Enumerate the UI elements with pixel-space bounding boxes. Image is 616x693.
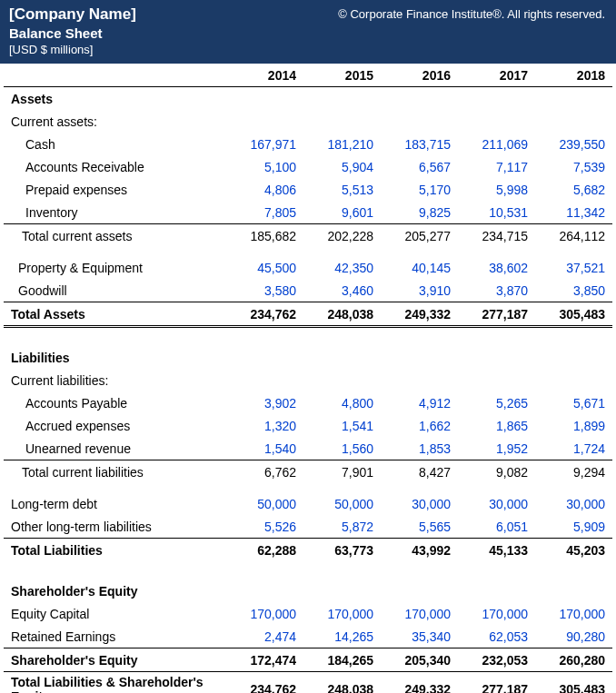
year-header-row: 2014 2015 2016 2017 2018 (4, 64, 612, 87)
label-unearned: Unearned revenue (4, 437, 226, 460)
tl-2017: 45,133 (458, 539, 535, 562)
goodwill-2016: 3,910 (381, 279, 458, 302)
accrued-2016: 1,662 (381, 414, 458, 437)
row-total-current-assets: Total current assets 185,682 202,228 205… (4, 224, 612, 248)
re-2015: 14,265 (303, 625, 381, 648)
label-total-lse: Total Liabilities & Shareholder's Equity (4, 672, 226, 694)
tcl-2014: 6,762 (226, 460, 303, 484)
goodwill-2015: 3,460 (303, 279, 381, 302)
goodwill-2018: 3,850 (535, 279, 612, 302)
accrued-2018: 1,899 (535, 414, 612, 437)
ppe-2017: 38,602 (458, 256, 535, 279)
liabilities-heading-row: Liabilities (4, 346, 612, 369)
label-total-current-assets: Total current assets (4, 224, 226, 248)
accrued-2015: 1,541 (303, 414, 381, 437)
row-ap: Accounts Payable 3,902 4,800 4,912 5,265… (4, 391, 612, 414)
te-2015: 184,265 (303, 648, 381, 672)
inventory-2016: 9,825 (381, 201, 458, 224)
current-liabilities-heading-row: Current liabilities: (4, 369, 612, 391)
olt-2017: 6,051 (458, 515, 535, 539)
cash-2016: 183,715 (381, 133, 458, 155)
goodwill-2017: 3,870 (458, 279, 535, 302)
assets-heading: Assets (4, 87, 226, 111)
ap-2017: 5,265 (458, 391, 535, 414)
tl-2018: 45,203 (535, 539, 612, 562)
page-subtitle: [USD $ millions] (9, 43, 607, 56)
prepaid-2016: 5,170 (381, 178, 458, 201)
ltd-2017: 30,000 (458, 492, 535, 515)
year-2017: 2017 (458, 64, 535, 87)
tca-2018: 264,112 (535, 224, 612, 248)
te-2018: 260,280 (535, 648, 612, 672)
ar-2015: 5,904 (303, 155, 381, 178)
te-2017: 232,053 (458, 648, 535, 672)
tca-2016: 205,277 (381, 224, 458, 248)
copyright: © Corporate Finance Institute®. All righ… (338, 7, 605, 21)
label-prepaid: Prepaid expenses (4, 178, 226, 201)
ltd-2016: 30,000 (381, 492, 458, 515)
ppe-2014: 45,500 (226, 256, 303, 279)
unearned-2018: 1,724 (535, 437, 612, 460)
inventory-2017: 10,531 (458, 201, 535, 224)
label-total-current-liabilities: Total current liabilities (4, 460, 226, 484)
prepaid-2015: 5,513 (303, 178, 381, 201)
ec-2015: 170,000 (303, 602, 381, 625)
balance-sheet-table: 2014 2015 2016 2017 2018 Assets Current … (0, 64, 616, 693)
tlse-2018: 305,483 (535, 672, 612, 694)
tca-2014: 185,682 (226, 224, 303, 248)
re-2014: 2,474 (226, 625, 303, 648)
inventory-2014: 7,805 (226, 201, 303, 224)
label-ltd: Long-term debt (4, 492, 226, 515)
tca-2017: 234,715 (458, 224, 535, 248)
tl-2014: 62,288 (226, 539, 303, 562)
row-inventory: Inventory 7,805 9,601 9,825 10,531 11,34… (4, 201, 612, 224)
current-liabilities-heading: Current liabilities: (4, 369, 226, 391)
row-cash: Cash 167,971 181,210 183,715 211,069 239… (4, 133, 612, 155)
header-bar: [Company Name] © Corporate Finance Insti… (0, 0, 616, 64)
tcl-2017: 9,082 (458, 460, 535, 484)
ec-2014: 170,000 (226, 602, 303, 625)
accrued-2014: 1,320 (226, 414, 303, 437)
tlse-2014: 234,762 (226, 672, 303, 694)
year-2016: 2016 (381, 64, 458, 87)
row-ltd: Long-term debt 50,000 50,000 30,000 30,0… (4, 492, 612, 515)
equity-heading-row: Shareholder's Equity (4, 579, 612, 602)
olt-2015: 5,872 (303, 515, 381, 539)
current-assets-heading: Current assets: (4, 110, 226, 133)
prepaid-2014: 4,806 (226, 178, 303, 201)
goodwill-2014: 3,580 (226, 279, 303, 302)
year-2015: 2015 (303, 64, 381, 87)
row-total-lse: Total Liabilities & Shareholder's Equity… (4, 672, 612, 694)
ap-2014: 3,902 (226, 391, 303, 414)
ec-2017: 170,000 (458, 602, 535, 625)
current-assets-heading-row: Current assets: (4, 110, 612, 133)
row-other-lt: Other long-term liabilities 5,526 5,872 … (4, 515, 612, 539)
inventory-2018: 11,342 (535, 201, 612, 224)
assets-heading-row: Assets (4, 87, 612, 111)
row-total-equity: Shareholder's Equity 172,474 184,265 205… (4, 648, 612, 672)
ec-2016: 170,000 (381, 602, 458, 625)
accrued-2017: 1,865 (458, 414, 535, 437)
equity-heading: Shareholder's Equity (4, 579, 226, 602)
tl-2015: 63,773 (303, 539, 381, 562)
tca-2015: 202,228 (303, 224, 381, 248)
olt-2016: 5,565 (381, 515, 458, 539)
ta-2018: 305,483 (535, 302, 612, 327)
year-2018: 2018 (535, 64, 612, 87)
te-2016: 205,340 (381, 648, 458, 672)
label-inventory: Inventory (4, 201, 226, 224)
row-goodwill: Goodwill 3,580 3,460 3,910 3,870 3,850 (4, 279, 612, 302)
liabilities-heading: Liabilities (4, 346, 226, 369)
tl-2016: 43,992 (381, 539, 458, 562)
tlse-2016: 249,332 (381, 672, 458, 694)
tcl-2018: 9,294 (535, 460, 612, 484)
row-total-assets: Total Assets 234,762 248,038 249,332 277… (4, 302, 612, 327)
row-retained: Retained Earnings 2,474 14,265 35,340 62… (4, 625, 612, 648)
label-total-equity: Shareholder's Equity (4, 648, 226, 672)
ppe-2015: 42,350 (303, 256, 381, 279)
label-total-liabilities: Total Liabilities (4, 539, 226, 562)
ap-2016: 4,912 (381, 391, 458, 414)
label-retained: Retained Earnings (4, 625, 226, 648)
row-ppe: Property & Equipment 45,500 42,350 40,14… (4, 256, 612, 279)
row-total-liabilities: Total Liabilities 62,288 63,773 43,992 4… (4, 539, 612, 562)
